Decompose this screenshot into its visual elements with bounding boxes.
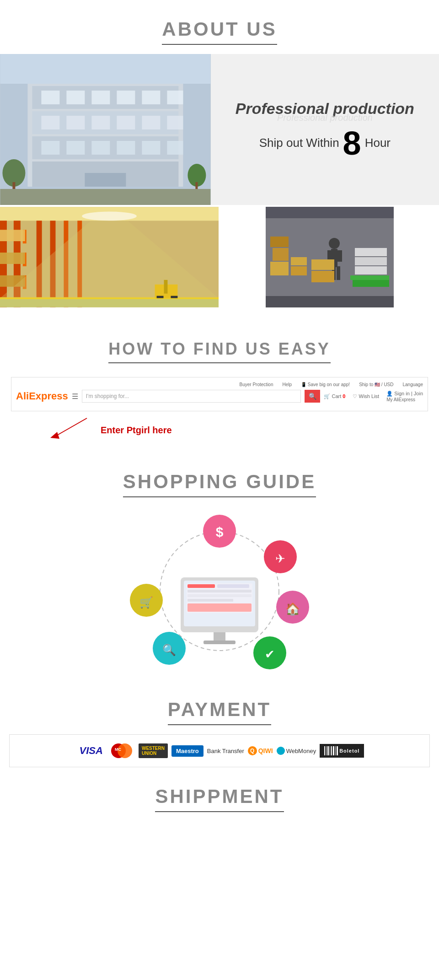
svg-rect-38 [0,230,25,241]
svg-rect-56 [270,262,289,275]
svg-marker-76 [50,432,59,439]
svg-rect-102 [326,746,327,755]
svg-rect-9 [117,91,135,104]
western-union-logo: WESTERNUNION [139,743,168,758]
svg-rect-39 [0,253,25,264]
svg-rect-22 [142,141,160,155]
svg-rect-96 [187,594,252,597]
svg-rect-100 [203,641,236,644]
how-to-find-section: HOW TO FIND US EASY [0,321,439,372]
svg-rect-13 [66,116,85,129]
svg-text:$: $ [216,524,224,539]
about-us-title: ABOUT US [162,18,277,45]
payment-logos: VISA MC WESTERNUNION Maestro Bank Transf… [9,734,430,767]
svg-text:🛒: 🛒 [139,596,153,609]
svg-rect-93 [187,584,215,588]
svg-rect-7 [66,91,85,104]
shopping-guide-svg: $ ✈ 🏠 ✔ 🔍 🛒 [91,511,348,676]
svg-rect-12 [41,116,59,129]
ship-unit: Hour [365,136,391,150]
svg-rect-51 [157,296,164,298]
svg-rect-69 [337,250,342,262]
svg-rect-62 [350,275,389,280]
ship-number: 8 [343,127,361,160]
qiwi-logo: QQIWI [248,746,273,755]
svg-rect-16 [142,116,160,129]
visa-logo: VISA [75,742,107,759]
hero-grid: Professional production Professional pro… [0,54,439,205]
svg-rect-19 [66,141,85,155]
svg-rect-95 [187,590,252,592]
enter-text: Enter Ptgirl here [101,425,172,436]
professional-title: Professional production [236,100,414,118]
svg-text:✈: ✈ [275,552,285,565]
svg-rect-97 [187,599,233,602]
ali-nav: 🛒 Cart 0 ♡ Wish List 👤 Sign in | JoinMy … [324,391,423,402]
arrow-annotation: Enter Ptgirl here [0,416,439,439]
svg-rect-29 [0,189,210,205]
svg-rect-108 [337,746,338,755]
shopping-guide-title: SHOPPING GUIDE [123,471,316,497]
svg-rect-72 [311,271,334,282]
building-image [0,54,211,205]
svg-rect-104 [330,746,330,755]
maestro-logo: Maestro [171,745,203,757]
webmoney-logo: WebMoney [277,747,316,755]
svg-rect-52 [171,296,177,298]
red-arrow-svg [46,416,101,439]
svg-rect-14 [91,116,110,129]
svg-rect-6 [41,91,59,104]
svg-rect-94 [217,584,249,588]
how-to-find-title: HOW TO FIND US EASY [108,339,330,363]
aliexpress-section: Buyer Protection Help 📱 Save big on our … [0,372,439,452]
bank-transfer-logo: Bank Transfer [207,748,244,754]
svg-rect-20 [91,141,110,155]
hero-right-panel: Professional production Professional pro… [211,54,439,205]
svg-rect-10 [142,91,160,104]
svg-rect-61 [353,280,389,287]
svg-rect-101 [324,746,325,755]
svg-rect-18 [41,141,59,155]
svg-point-66 [329,238,340,249]
svg-text:✔: ✔ [265,647,275,661]
ship-info: Ship out Within 8 Hour [236,127,414,160]
ali-topbar: Buyer Protection Help 📱 Save big on our … [16,382,423,387]
mastercard-logo: MC [111,743,135,758]
svg-rect-63 [355,266,387,275]
svg-rect-30 [0,54,210,84]
shopping-guide-diagram: $ ✈ 🏠 ✔ 🔍 🛒 [0,506,439,680]
ali-search-button[interactable]: 🔍 [305,390,320,403]
about-us-section: ABOUT US [0,0,439,54]
svg-rect-55 [266,207,394,218]
svg-rect-58 [270,237,289,247]
svg-rect-11 [167,91,183,104]
svg-rect-106 [333,746,334,755]
payment-section: PAYMENT [0,680,439,734]
svg-rect-99 [214,632,225,641]
boletol-logo: Boletol [320,744,364,758]
svg-rect-57 [273,248,289,261]
svg-rect-74 [266,296,394,307]
ali-search-input[interactable] [82,390,301,403]
warehouse-right [220,207,439,307]
svg-rect-64 [355,257,387,265]
svg-rect-50 [164,280,168,294]
svg-rect-23 [167,141,183,155]
svg-rect-45 [0,298,219,307]
svg-rect-73 [311,259,334,270]
svg-rect-24 [85,173,126,187]
svg-rect-59 [291,266,307,275]
svg-text:🔍: 🔍 [162,643,176,657]
svg-rect-98 [187,603,252,612]
svg-rect-105 [331,746,332,755]
svg-rect-17 [167,116,183,129]
svg-rect-71 [337,266,340,280]
svg-rect-15 [117,116,135,129]
svg-rect-103 [327,746,329,755]
svg-rect-8 [91,91,110,104]
svg-rect-60 [291,257,307,265]
svg-text:🏠: 🏠 [285,602,300,616]
aliexpress-mockup: Buyer Protection Help 📱 Save big on our … [11,377,428,411]
svg-rect-21 [117,141,135,155]
ship-label: Ship out Within [259,136,339,150]
